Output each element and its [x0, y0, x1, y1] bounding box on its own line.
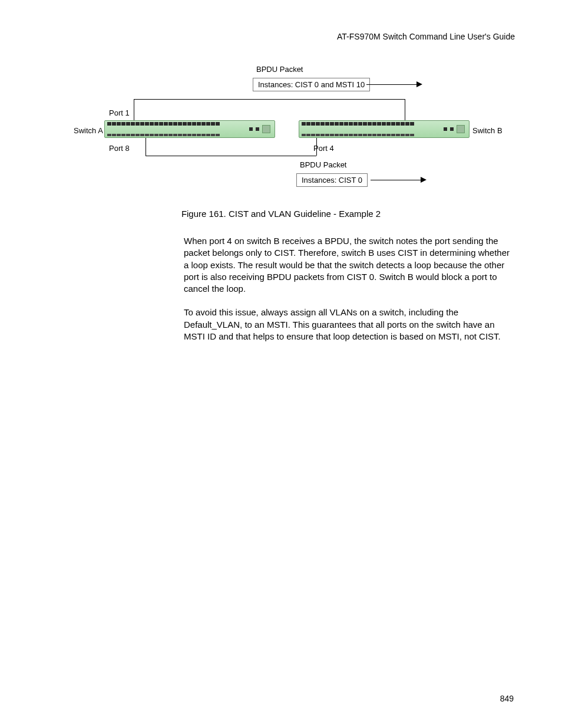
port8-label: Port 8 [109, 144, 130, 153]
link-top-v1 [134, 99, 134, 120]
link-bot-h [146, 156, 316, 156]
link-bot-v2 [316, 138, 317, 156]
link-top-h [134, 99, 405, 100]
arrow-head-top [416, 81, 422, 87]
bpdu-bottom-label: BPDU Packet [300, 160, 346, 169]
instances-bottom-box: Instances: CIST 0 [296, 173, 368, 187]
arrow-line-bottom [371, 180, 421, 180]
running-header: AT-FS970M Switch Command Line User's Gui… [47, 32, 515, 41]
paragraph-1: When port 4 on switch B receives a BPDU,… [184, 235, 513, 295]
instances-top-box: Instances: CIST 0 and MSTI 10 [253, 78, 370, 91]
switch-b-label: Switch B [472, 126, 503, 135]
arrow-head-bottom [421, 177, 427, 183]
arrow-line-top [366, 84, 416, 85]
switch-a-device [104, 120, 275, 138]
figure-diagram: BPDU Packet Instances: CIST 0 and MSTI 1… [69, 65, 493, 200]
switch-a-label: Switch A [74, 126, 103, 135]
switch-b-device [299, 120, 470, 138]
page-number: 849 [500, 694, 514, 703]
paragraph-2: To avoid this issue, always assign all V… [184, 307, 513, 342]
link-top-v2 [405, 99, 405, 120]
port1-label: Port 1 [109, 108, 130, 117]
figure-caption: Figure 161. CIST and VLAN Guideline - Ex… [47, 209, 515, 219]
link-bot-v1 [146, 138, 146, 156]
bpdu-top-label: BPDU Packet [256, 65, 303, 74]
body-text: When port 4 on switch B receives a BPDU,… [184, 235, 513, 342]
